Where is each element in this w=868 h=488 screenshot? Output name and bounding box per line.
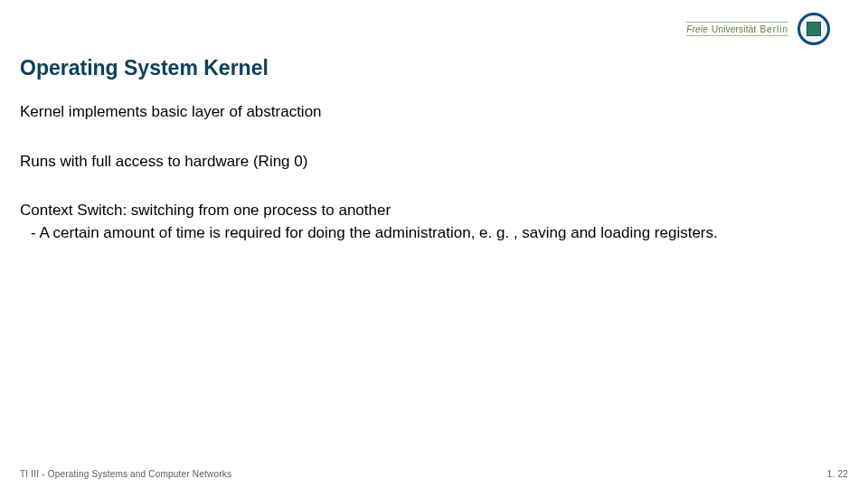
seal-inner-icon [807,22,821,36]
university-seal-icon [797,13,830,45]
slide-footer: TI III - Operating Systems and Computer … [20,469,848,479]
paragraph-3-line-2: - A certain amount of time is required f… [20,222,834,245]
slide: Freie Universität Berlin Operating Syste… [0,0,868,488]
slide-body: Kernel implements basic layer of abstrac… [20,101,834,272]
logo-word-berlin: Berlin [760,24,788,34]
university-logo-line: Freie Universität Berlin [686,22,788,36]
logo-word-freie: Freie [686,24,708,34]
university-logo-text: Freie Universität Berlin [686,22,788,36]
footer-left: TI III - Operating Systems and Computer … [20,469,231,479]
slide-title: Operating System Kernel [20,56,269,80]
paragraph-1: Kernel implements basic layer of abstrac… [20,101,834,124]
logo-word-universitaet: Universität [712,24,756,34]
paragraph-2: Runs with full access to hardware (Ring … [20,151,834,174]
paragraph-3-line-1: Context Switch: switching from one proce… [20,200,834,222]
footer-page-number: 1. 22 [827,469,848,479]
university-logo: Freie Universität Berlin [686,13,830,45]
paragraph-3: Context Switch: switching from one proce… [20,200,834,244]
